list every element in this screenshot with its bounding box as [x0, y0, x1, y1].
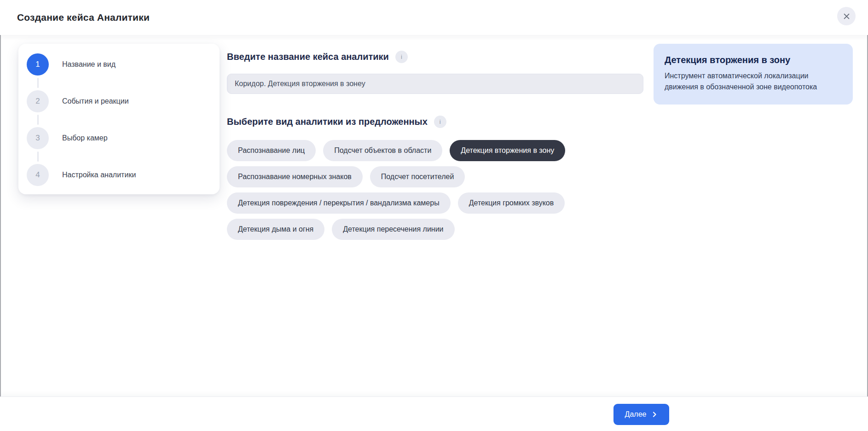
analytics-type-row: Распознавание лицПодсчет объектов в обла…	[227, 140, 643, 161]
dialog-footer: Далее	[0, 396, 868, 431]
analytics-type-row: Детекция дыма и огняДетекция пересечения…	[227, 219, 643, 240]
step-number-badge: 3	[27, 127, 49, 149]
analytics-type-chip[interactable]: Детекция громких звуков	[458, 192, 565, 214]
info-panel-description: Инструмент автоматической локализации дв…	[665, 70, 842, 93]
create-analytics-case-dialog: Создание кейса Аналитики 1Название и вид…	[0, 0, 868, 431]
stepper-step[interactable]: 2События и реакции	[27, 90, 220, 112]
analytics-type-chip[interactable]: Детекция дыма и огня	[227, 219, 324, 240]
analytics-type-chip[interactable]: Детекция повреждения / перекрытия / ванд…	[227, 192, 451, 214]
step-connector	[27, 112, 49, 127]
info-panel-title: Детекция вторжения в зону	[665, 55, 842, 65]
info-icon[interactable]: i	[395, 51, 408, 63]
analytics-type-chip[interactable]: Детекция вторжения в зону	[450, 140, 565, 161]
close-icon	[843, 12, 851, 20]
analytics-type-chip[interactable]: Детекция пересечения линии	[332, 219, 454, 240]
info-icon[interactable]: i	[434, 116, 446, 128]
step-label: События и реакции	[62, 97, 129, 105]
step-connector	[27, 76, 49, 90]
analytics-type-options: Распознавание лицПодсчет объектов в обла…	[227, 140, 643, 240]
step-number-badge: 4	[27, 164, 49, 186]
step-number-badge: 2	[27, 90, 49, 112]
analytics-type-row: Распознавание номерных знаковПодсчет пос…	[227, 166, 643, 187]
close-button[interactable]	[837, 7, 856, 25]
analytics-type-chip[interactable]: Подсчет объектов в области	[323, 140, 442, 161]
stepper-steps: 1Название и вид2События и реакции3Выбор …	[27, 53, 220, 186]
stepper-step[interactable]: 3Выбор камер	[27, 127, 220, 149]
analytics-type-row: Детекция повреждения / перекрытия / ванд…	[227, 192, 643, 214]
main-form: Введите название кейса аналитики i Выбер…	[227, 44, 643, 240]
dialog-title: Создание кейса Аналитики	[17, 12, 150, 23]
step-label: Настройка аналитики	[62, 171, 136, 179]
stepper-step[interactable]: 1Название и вид	[27, 53, 220, 76]
analytics-type-chip[interactable]: Распознавание лиц	[227, 140, 316, 161]
case-name-section-header: Введите название кейса аналитики i	[227, 50, 643, 63]
analytics-type-title: Выберите вид аналитики из предложенных	[227, 116, 428, 127]
chevron-right-icon	[651, 411, 658, 418]
step-number-badge: 1	[27, 53, 49, 76]
next-button-label: Далее	[625, 410, 647, 419]
stepper: 1Название и вид2События и реакции3Выбор …	[18, 44, 220, 194]
dialog-header: Создание кейса Аналитики	[0, 0, 868, 35]
next-button[interactable]: Далее	[613, 404, 669, 425]
step-label: Выбор камер	[62, 134, 108, 142]
analytics-type-chip[interactable]: Распознавание номерных знаков	[227, 166, 363, 187]
case-name-input[interactable]	[227, 74, 643, 94]
step-label: Название и вид	[62, 60, 116, 69]
case-name-title: Введите название кейса аналитики	[227, 52, 389, 62]
info-panel: Детекция вторжения в зону Инструмент авт…	[654, 44, 853, 105]
stepper-step[interactable]: 4Настройка аналитики	[27, 164, 220, 186]
step-connector	[27, 149, 49, 164]
analytics-type-section-header: Выберите вид аналитики из предложенных i	[227, 115, 643, 128]
analytics-type-chip[interactable]: Подсчет посетителей	[370, 166, 465, 187]
